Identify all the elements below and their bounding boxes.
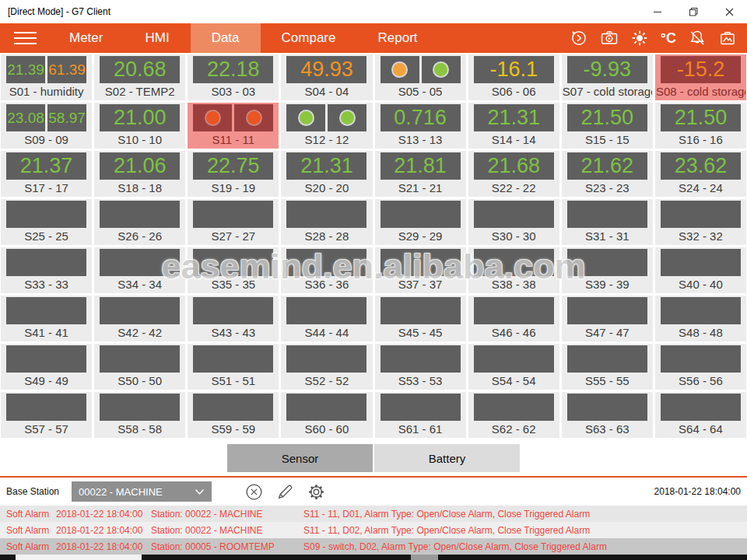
sensor-tile-s29[interactable]: S29 - 29	[375, 199, 466, 245]
value-display-empty	[193, 297, 273, 324]
sensor-tile-s39[interactable]: S39 - 39	[562, 247, 653, 293]
sensor-tile-s52[interactable]: S52 - 52	[281, 344, 372, 390]
sensor-tile-s23[interactable]: 21.62S23 - 23	[562, 151, 653, 197]
tab-meter[interactable]: Meter	[48, 23, 124, 53]
close-button[interactable]	[711, 0, 747, 23]
sensor-tile-s12[interactable]: S12 - 12	[281, 103, 372, 149]
sensor-tile-s08[interactable]: -15.2S08 - cold storage	[655, 54, 746, 100]
sensor-tile-s02[interactable]: 20.68S02 - TEMP2	[94, 54, 185, 100]
sensor-button[interactable]: Sensor	[227, 444, 373, 472]
value-display: 23.08	[6, 104, 45, 131]
base-station-dropdown[interactable]: 00022 - MACHINE	[72, 481, 212, 502]
sensor-tile-s35[interactable]: S35 - 35	[188, 247, 279, 293]
sensor-tile-s19[interactable]: 22.75S19 - 19	[188, 151, 279, 197]
tab-compare[interactable]: Compare	[261, 23, 357, 53]
cancel-icon[interactable]	[244, 482, 264, 502]
sensor-tile-s42[interactable]: S42 - 42	[94, 296, 185, 341]
sensor-tile-s17[interactable]: 21.37S17 - 17	[1, 151, 92, 197]
sensor-tile-s22[interactable]: 21.68S22 - 22	[468, 151, 559, 197]
sensor-tile-s30[interactable]: S30 - 30	[468, 199, 559, 245]
sensor-tile-s49[interactable]: S49 - 49	[1, 344, 92, 390]
sensor-tile-s07[interactable]: -9.93S07 - cold storage	[562, 54, 653, 100]
edit-icon[interactable]	[275, 482, 295, 502]
sensor-tile-s50[interactable]: S50 - 50	[94, 344, 185, 390]
tab-data[interactable]: Data	[191, 23, 261, 53]
sensor-tile-s55[interactable]: S55 - 55	[562, 344, 653, 390]
sensor-tile-s13[interactable]: 0.716S13 - 13	[375, 103, 466, 149]
value-display-empty	[567, 297, 647, 324]
sensor-tile-s18[interactable]: 21.06S18 - 18	[94, 151, 185, 197]
sensor-tile-s05[interactable]: S05 - 05	[375, 54, 466, 100]
sensor-tile-s28[interactable]: S28 - 28	[281, 199, 372, 245]
alarm-time: 2018-01-22 18:04:00	[56, 525, 151, 536]
sensor-tile-s31[interactable]: S31 - 31	[562, 199, 653, 245]
restore-button[interactable]	[675, 0, 711, 23]
value-display-empty	[381, 345, 461, 373]
sensor-tile-s57[interactable]: S57 - 57	[1, 392, 92, 438]
value-display: 20.68	[100, 56, 180, 83]
sensor-tile-s01[interactable]: 21.3961.39S01 - humidity	[1, 54, 92, 100]
menu-button[interactable]	[0, 23, 48, 53]
sensor-tile-s27[interactable]: S27 - 27	[188, 199, 279, 245]
alarm-row[interactable]: Soft Alarm2018-01-22 18:04:00Station: 00…	[0, 506, 747, 522]
alarm-row[interactable]: Soft Alarm2018-01-22 18:04:00Station: 00…	[0, 538, 747, 555]
sensor-tile-s33[interactable]: S33 - 33	[1, 247, 92, 293]
sensor-tile-s24[interactable]: 23.62S24 - 24	[655, 151, 746, 197]
alarm-time: 2018-01-22 18:04:00	[56, 509, 151, 520]
battery-button[interactable]: Battery	[374, 444, 520, 472]
horizontal-scrollbar[interactable]	[0, 555, 747, 560]
sensor-tile-s59[interactable]: S59 - 59	[188, 392, 279, 438]
sensor-tile-s09[interactable]: 23.0858.97S09 - 09	[1, 103, 92, 149]
sensor-tile-s15[interactable]: 21.50S15 - 15	[562, 103, 653, 149]
brightness-icon[interactable]	[630, 29, 649, 47]
sensor-tile-s16[interactable]: 21.50S16 - 16	[655, 103, 746, 149]
settings-icon[interactable]	[307, 482, 326, 502]
sensor-tile-s62[interactable]: S62 - 62	[468, 392, 559, 438]
sensor-tile-s06[interactable]: -16.1S06 - 06	[468, 54, 559, 100]
value-display: 21.68	[474, 152, 554, 180]
sensor-tile-s11[interactable]: S11 - 11	[188, 103, 279, 149]
sensor-tile-s43[interactable]: S43 - 43	[188, 296, 279, 341]
sensor-tile-s36[interactable]: S36 - 36	[281, 247, 372, 293]
sensor-tile-s53[interactable]: S53 - 53	[375, 344, 466, 390]
sensor-tile-s60[interactable]: S60 - 60	[281, 392, 372, 438]
sensor-tile-s10[interactable]: 21.00S10 - 10	[94, 103, 185, 149]
sensor-tile-s58[interactable]: S58 - 58	[94, 392, 185, 438]
sensor-tile-s34[interactable]: S34 - 34	[94, 247, 185, 293]
sensor-tile-s40[interactable]: S40 - 40	[655, 247, 746, 293]
tab-report[interactable]: Report	[356, 23, 438, 53]
tile-value-area: 21.3961.39	[6, 56, 86, 83]
sensor-tile-s48[interactable]: S48 - 48	[655, 296, 746, 341]
sensor-tile-s25[interactable]: S25 - 25	[1, 199, 92, 245]
sensor-tile-s38[interactable]: S38 - 38	[468, 247, 559, 293]
camera-icon[interactable]	[600, 29, 619, 47]
alarm-mute-icon[interactable]	[688, 29, 707, 47]
sensor-tile-s37[interactable]: S37 - 37	[375, 247, 466, 293]
sensor-tile-s26[interactable]: S26 - 26	[94, 199, 185, 245]
celsius-label[interactable]: °C	[661, 30, 676, 47]
sensor-tile-s32[interactable]: S32 - 32	[655, 199, 746, 245]
sensor-tile-s54[interactable]: S54 - 54	[468, 344, 559, 390]
sensor-tile-s21[interactable]: 21.81S21 - 21	[375, 151, 466, 197]
sensor-tile-s63[interactable]: S63 - 63	[562, 392, 653, 438]
picture-icon[interactable]	[718, 29, 737, 47]
sensor-tile-s41[interactable]: S41 - 41	[1, 296, 92, 341]
minimize-button[interactable]	[640, 0, 675, 23]
sensor-tile-s46[interactable]: S46 - 46	[468, 296, 559, 341]
sensor-tile-s03[interactable]: 22.18S03 - 03	[188, 54, 279, 100]
sensor-tile-s45[interactable]: S45 - 45	[375, 296, 466, 341]
sensor-tile-s44[interactable]: S44 - 44	[281, 296, 372, 341]
sensor-tile-s14[interactable]: 21.31S14 - 14	[468, 103, 559, 149]
sensor-tile-s64[interactable]: S64 - 64	[655, 392, 746, 438]
history-icon[interactable]	[570, 29, 588, 47]
sensor-tile-s04[interactable]: 49.93S04 - 04	[281, 54, 372, 100]
sensor-tile-s56[interactable]: S56 - 56	[655, 344, 746, 390]
alarm-row[interactable]: Soft Alarm2018-01-22 18:04:00Station: 00…	[0, 522, 747, 538]
sensor-tile-s51[interactable]: S51 - 51	[188, 344, 279, 390]
sensor-tile-s61[interactable]: S61 - 61	[375, 392, 466, 438]
sensor-tile-s47[interactable]: S47 - 47	[562, 296, 653, 341]
scrollbar-thumb[interactable]	[16, 555, 142, 560]
tile-value-area	[193, 201, 273, 228]
tab-hmi[interactable]: HMI	[124, 23, 190, 53]
sensor-tile-s20[interactable]: 21.31S20 - 20	[281, 151, 372, 197]
